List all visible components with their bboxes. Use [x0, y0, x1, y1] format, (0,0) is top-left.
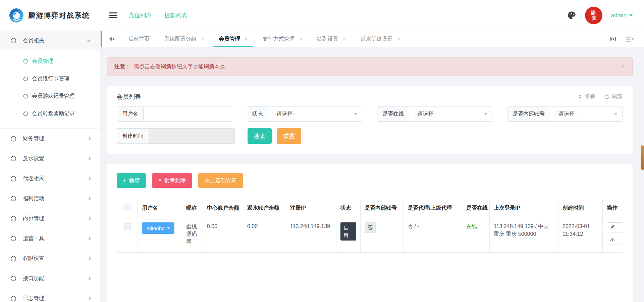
sidebar-item-welfare[interactable]: 福利活动 [0, 189, 100, 209]
sidebar-item-rebate[interactable]: 反水设置 [0, 149, 100, 169]
tab-member-manage[interactable]: 会员管理× [211, 31, 255, 47]
close-icon[interactable]: × [245, 36, 248, 42]
sidebar-item-permission[interactable]: 权限设置 [0, 249, 100, 269]
chevron-right-icon [87, 137, 91, 140]
member-table-panel: +新增 ×批量删除 注册选项设置 用户名 昵称 中心账户余额 返水账户余额 [107, 164, 633, 302]
sidebar-item-api[interactable]: 接口功能 [0, 269, 100, 289]
batch-delete-button[interactable]: ×批量删除 [152, 173, 192, 188]
internal-filter: 是否内部账号 --请选择-- [507, 106, 623, 122]
sidebar-item-agent[interactable]: 代理相关 [0, 169, 100, 189]
nav-withdraw-list[interactable]: 提款列表 [164, 11, 187, 19]
chevron-down-icon [629, 14, 633, 16]
circle-icon [23, 58, 29, 64]
created-label: 创建时间 [117, 129, 149, 143]
brand: 麟游博弈对战系统 [0, 0, 101, 31]
tab-menu-icon[interactable] [626, 37, 634, 42]
main-content: 注意： 需点击右侧刷新按钮文字才能刷新本页 × 会员列表 折叠 [101, 47, 644, 302]
add-button[interactable]: +新增 [117, 173, 146, 188]
online-select[interactable]: --请选择-- [409, 106, 492, 121]
circle-icon [10, 175, 17, 182]
sidebar-item-operation[interactable]: 运营工具 [0, 229, 100, 249]
member-table-wrap: 用户名 昵称 中心账户余额 返水账户余额 注册IP 状态 是否内部账号 是否代理… [117, 200, 623, 253]
tab-home[interactable]: 后台首页 [121, 31, 157, 47]
col-nickname: 昵称 [182, 200, 203, 217]
tabbar: 后台首页 系统配置分组× 会员管理× 支付方式管理× 签到设置× 反水等级设置× [101, 31, 644, 47]
search-form: 用户名 状态 --请选择-- 是否在线 --请选择-- [107, 106, 633, 154]
edit-button[interactable] [607, 222, 623, 232]
sidebar-item-member-manage[interactable]: 会员管理 [0, 52, 100, 70]
row-checkbox[interactable] [124, 223, 131, 230]
add-label: 新增 [129, 177, 140, 183]
tab-label: 签到设置 [317, 36, 338, 43]
user-menu[interactable]: admin [611, 12, 633, 19]
status-label: 状态 [247, 106, 268, 121]
sidebar-submenu: 会员管理 会员银行卡管理 会员游戏记录管理 会员转盘奖励记录 [0, 50, 100, 129]
sidebar-group-member[interactable]: 会员相关 [0, 31, 100, 50]
refresh-icon [604, 94, 609, 99]
username-value: mitaobo [147, 225, 164, 231]
register-options-button[interactable]: 注册选项设置 [198, 173, 243, 188]
refresh-button[interactable]: 刷新 [604, 93, 623, 100]
hamburger-menu-icon[interactable] [109, 11, 117, 19]
chevron-right-icon [87, 297, 91, 300]
created-filter: 创建时间 [117, 128, 235, 144]
username-label: 用户名 [117, 106, 144, 121]
page-scrollbar[interactable] [641, 0, 644, 302]
chevron-right-icon [87, 157, 91, 161]
collapse-button[interactable]: 折叠 [578, 93, 595, 100]
nav-recharge-list[interactable]: 充值列表 [129, 11, 152, 19]
fast-forward-icon[interactable] [610, 37, 616, 41]
online-select-value: --请选择-- [414, 111, 437, 118]
theme-palette-icon[interactable] [567, 11, 576, 20]
close-icon[interactable]: × [343, 36, 346, 42]
sidebar-item-label: 接口功能 [23, 275, 44, 282]
sidebar-item-label: 日志管理 [23, 295, 44, 302]
sidebar-item-member-wheel[interactable]: 会员转盘奖励记录 [0, 105, 100, 122]
chevron-down-icon [354, 113, 357, 115]
member-table: 用户名 昵称 中心账户余额 返水账户余额 注册IP 状态 是否内部账号 是否代理… [117, 200, 623, 253]
close-icon: × [158, 177, 161, 183]
close-icon[interactable]: × [397, 36, 400, 42]
sidebar-item-finance[interactable]: 财务管理 [0, 129, 100, 149]
circle-icon [10, 135, 17, 142]
tab-system-config[interactable]: 系统配置分组× [157, 31, 211, 47]
topbar: 麟游博弈对战系统 充值列表 提款列表 麟游 admin [0, 0, 644, 31]
sidebar-item-label: 财务管理 [23, 135, 44, 142]
col-status: 状态 [336, 200, 361, 217]
avatar-text: 麟游 [589, 10, 598, 21]
username-input[interactable] [144, 106, 232, 121]
sidebar-item-log[interactable]: 日志管理 [0, 289, 100, 302]
close-icon[interactable]: × [299, 36, 302, 42]
sidebar-item-member-gamelog[interactable]: 会员游戏记录管理 [0, 87, 100, 105]
username-dropdown-button[interactable]: mitaobo [142, 222, 174, 234]
avatar[interactable]: 麟游 [585, 7, 602, 24]
app-title: 麟游博弈对战系统 [28, 11, 90, 20]
chevron-down-icon [484, 113, 487, 115]
reset-button[interactable]: 重置 [277, 128, 301, 144]
sidebar-item-member-bankcard[interactable]: 会员银行卡管理 [0, 70, 100, 87]
close-icon[interactable]: × [201, 36, 204, 42]
double-chevron-down-icon [578, 94, 582, 99]
notice-close-icon[interactable]: × [621, 63, 625, 70]
circle-icon [10, 195, 17, 202]
tabs-scroll-left-button[interactable] [102, 31, 121, 47]
secondary-action-button[interactable]: 不 [607, 235, 623, 245]
created-input[interactable] [149, 129, 234, 143]
select-all-checkbox[interactable] [124, 205, 131, 211]
sidebar-item-label: 会员管理 [32, 58, 53, 65]
chevron-right-icon [87, 177, 91, 180]
scrollbar-thumb[interactable] [641, 145, 644, 170]
sidebar-item-content[interactable]: 内容管理 [0, 209, 100, 229]
sidebar-item-label: 代理相关 [23, 175, 44, 182]
plus-icon: + [123, 177, 126, 183]
search-button[interactable]: 搜索 [248, 128, 272, 144]
delete-label: 批量删除 [164, 177, 186, 183]
tab-payment[interactable]: 支付方式管理× [255, 31, 309, 47]
status-select[interactable]: --请选择-- [268, 106, 362, 121]
tab-label: 反水等级设置 [361, 36, 393, 43]
status-badge[interactable]: 启用 [340, 222, 356, 241]
table-header-row: 用户名 昵称 中心账户余额 返水账户余额 注册IP 状态 是否内部账号 是否代理… [117, 200, 623, 217]
tab-rebate-level[interactable]: 反水等级设置× [353, 31, 408, 47]
tab-signin[interactable]: 签到设置× [310, 31, 353, 47]
internal-select[interactable]: --请选择-- [550, 106, 622, 121]
